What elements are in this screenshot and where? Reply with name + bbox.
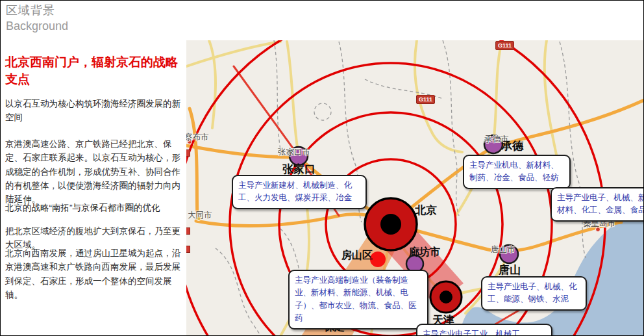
callout-tianjin-industry: 主导产业电子工业、机械工 (416, 324, 552, 336)
paragraph-new-space: 以京石互动为核心构筑环渤海经济圈发展的新空间 (5, 97, 185, 125)
map-label-zhangjiakou: 张家口市 (278, 147, 310, 158)
page-title-zh: 区域背景 (6, 3, 68, 19)
tianjin-dot-core (440, 291, 452, 304)
edge-badge-icon (186, 246, 190, 253)
slide-header: 区域背景 Background (6, 3, 68, 34)
callout-fangshan-industry: 主导产业高端制造业（装备制造业、新材料、新能源、机械、电子）、都市农业、物流、食… (288, 270, 428, 330)
city-label-langfang: 廊坊市 (409, 246, 440, 259)
callout-zhangjiakou-industry: 主导产业新建材、机械制造、化工、火力发电、煤炭开采、冶金 (232, 175, 367, 209)
paragraph-south-expand: 北京的战略“南拓”与京保石都市圈的优化 (5, 201, 185, 214)
page-title-en: Background (6, 19, 68, 34)
road-badge-g111-north: G111 (495, 41, 514, 50)
map-label-datong: 大同市 (188, 210, 212, 221)
callout-chengde-industry: 主导产业机电、新材料、制药、冶金、食品、轻纺 (463, 155, 571, 189)
paragraph-axis: 北京向西南发展，通过房山卫星城为起点，沿京港澳高速和京广铁路向西南发展，最后发展… (5, 246, 185, 302)
map-label-tangshan: 唐山市 (491, 244, 515, 255)
map-label-chabu: 察布市 (186, 132, 209, 143)
edge-badge-icon (186, 149, 190, 157)
city-label-fangshan: 房山区 (341, 249, 373, 263)
road-badge-g111-west: G111 (416, 95, 435, 104)
paragraph-jingshi: 京港澳高速公路、京广铁路已经把北京、保定、石家庄联系起来。以京石互动为核心，形成… (5, 137, 185, 207)
city-label-chengde: 承德 (501, 138, 523, 153)
headline: 北京西南门户，辐射京石的战略支点 (5, 54, 186, 88)
callout-qinhuangdao-industry: 主导产业电子、机械、新材料、化工、金属、食品 (551, 187, 644, 222)
callout-tangshan-industry: 主导产业电子、机械、化工、能源、钢铁、水泥 (481, 276, 587, 311)
edge-badge-icon (186, 227, 190, 235)
slide-region-background: 区域背景 Background 北京西南门户，辐射京石的战略支点 以京石互动为核… (0, 0, 644, 336)
city-label-tangshan: 唐山 (499, 263, 521, 278)
region-map: 察布市 大同市 秦皇岛市 张家口市 承德市 唐山市 G111 G111 张家口 … (186, 40, 644, 336)
city-label-beijing: 北京 (415, 203, 437, 218)
beijing-dot-core (380, 214, 401, 235)
